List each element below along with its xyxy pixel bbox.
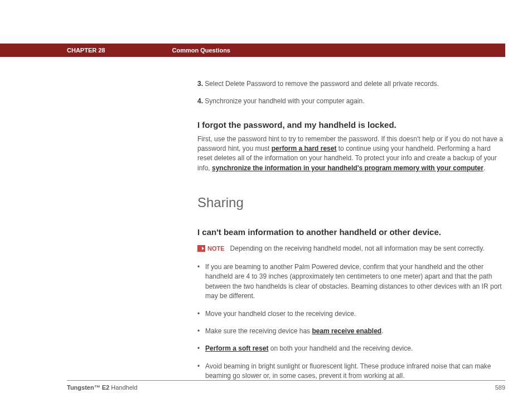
step-text: Synchronize your handheld with your comp… [205, 97, 364, 105]
subheading-cant-beam: I can't beam information to another hand… [197, 226, 505, 238]
forgot-password-paragraph: First, use the password hint to try to r… [197, 135, 505, 174]
chapter-header: CHAPTER 28 Common Questions [0, 44, 505, 57]
link-hard-reset[interactable]: perform a hard reset [272, 145, 337, 152]
link-beam-receive[interactable]: beam receive enabled [312, 327, 381, 335]
list-item: Make sure the receiving device has beam … [197, 327, 505, 336]
step-number: 3. [197, 80, 203, 88]
chapter-label: CHAPTER 28 [67, 47, 105, 54]
page-number: 589 [495, 384, 505, 391]
list-item: Move your handheld closer to the receivi… [197, 309, 505, 319]
page-content: 3. Select Delete Password to remove the … [197, 79, 505, 389]
bullet-list: If you are beaming to another Palm Power… [197, 262, 505, 381]
footer-product: Tungsten™ E2 Handheld [67, 384, 137, 391]
note-icon [197, 245, 205, 252]
step-number: 4. [197, 97, 203, 105]
section-heading-sharing: Sharing [197, 193, 505, 213]
link-soft-reset[interactable]: Perform a soft reset [205, 344, 268, 352]
page-footer: Tungsten™ E2 Handheld 589 [67, 380, 505, 391]
note-text: Depending on the receiving handheld mode… [230, 245, 485, 252]
section-label: Common Questions [172, 47, 230, 54]
link-synchronize[interactable]: synchronize the information in your hand… [212, 164, 483, 172]
list-item: Avoid beaming in bright sunlight or fluo… [197, 362, 505, 381]
step-3: 3. Select Delete Password to remove the … [197, 79, 505, 89]
list-item: If you are beaming to another Palm Power… [197, 262, 505, 301]
step-4: 4. Synchronize your handheld with your c… [197, 97, 505, 106]
note-row: NOTEDepending on the receiving handheld … [197, 244, 505, 253]
list-item: Perform a soft reset on both your handhe… [197, 344, 505, 353]
step-text: Select Delete Password to remove the pas… [205, 80, 439, 88]
subheading-forgot-password: I forgot the password, and my handheld i… [197, 119, 505, 131]
note-label: NOTE [207, 245, 225, 252]
